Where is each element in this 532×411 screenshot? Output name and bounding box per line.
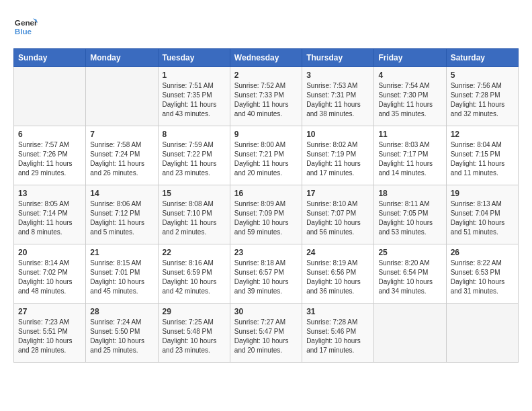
calendar-cell: 31Sunrise: 7:28 AM Sunset: 5:46 PM Dayli… <box>302 304 374 363</box>
calendar-cell: 22Sunrise: 8:16 AM Sunset: 6:59 PM Dayli… <box>158 244 230 304</box>
calendar-cell: 29Sunrise: 7:25 AM Sunset: 5:48 PM Dayli… <box>158 304 230 363</box>
day-number: 7 <box>90 130 153 139</box>
day-number: 29 <box>163 307 226 316</box>
day-number: 19 <box>451 189 514 198</box>
cell-info: Sunrise: 7:59 AM Sunset: 7:22 PM Dayligh… <box>163 140 226 178</box>
calendar-cell <box>374 304 446 363</box>
calendar-week-1: 1Sunrise: 7:51 AM Sunset: 7:35 PM Daylig… <box>14 67 519 126</box>
calendar-cell <box>446 304 518 363</box>
calendar-cell: 11Sunrise: 8:03 AM Sunset: 7:17 PM Dayli… <box>374 126 446 185</box>
calendar-cell: 8Sunrise: 7:59 AM Sunset: 7:22 PM Daylig… <box>158 126 230 185</box>
weekday-header-tuesday: Tuesday <box>158 49 230 67</box>
day-number: 31 <box>306 307 369 316</box>
weekday-header-thursday: Thursday <box>302 49 374 67</box>
cell-info: Sunrise: 7:57 AM Sunset: 7:26 PM Dayligh… <box>18 140 81 178</box>
cell-info: Sunrise: 8:09 AM Sunset: 7:09 PM Dayligh… <box>234 199 298 237</box>
weekday-header-monday: Monday <box>86 49 158 67</box>
page-header: General Blue <box>13 13 519 38</box>
calendar-cell: 13Sunrise: 8:05 AM Sunset: 7:14 PM Dayli… <box>14 185 86 244</box>
calendar-cell: 5Sunrise: 7:56 AM Sunset: 7:28 PM Daylig… <box>446 67 518 126</box>
calendar-cell: 27Sunrise: 7:23 AM Sunset: 5:51 PM Dayli… <box>14 304 86 363</box>
calendar-cell: 28Sunrise: 7:24 AM Sunset: 5:50 PM Dayli… <box>86 304 158 363</box>
calendar-cell: 25Sunrise: 8:20 AM Sunset: 6:54 PM Dayli… <box>374 244 446 304</box>
calendar-cell: 6Sunrise: 7:57 AM Sunset: 7:26 PM Daylig… <box>14 126 86 185</box>
cell-info: Sunrise: 8:20 AM Sunset: 6:54 PM Dayligh… <box>378 259 441 296</box>
weekday-header-sunday: Sunday <box>14 49 86 67</box>
day-number: 1 <box>163 71 226 80</box>
cell-info: Sunrise: 7:52 AM Sunset: 7:33 PM Dayligh… <box>234 81 298 119</box>
calendar-cell: 18Sunrise: 8:11 AM Sunset: 7:05 PM Dayli… <box>374 185 446 244</box>
calendar-cell: 24Sunrise: 8:19 AM Sunset: 6:56 PM Dayli… <box>302 244 374 304</box>
day-number: 15 <box>163 189 226 198</box>
day-number: 18 <box>378 189 441 198</box>
day-number: 4 <box>378 71 441 80</box>
cell-info: Sunrise: 7:25 AM Sunset: 5:48 PM Dayligh… <box>163 318 226 355</box>
cell-info: Sunrise: 8:08 AM Sunset: 7:10 PM Dayligh… <box>163 199 226 237</box>
calendar-cell: 19Sunrise: 8:13 AM Sunset: 7:04 PM Dayli… <box>446 185 518 244</box>
cell-info: Sunrise: 8:14 AM Sunset: 7:02 PM Dayligh… <box>18 259 81 296</box>
day-number: 13 <box>18 189 81 198</box>
day-number: 3 <box>306 71 369 80</box>
calendar-cell: 17Sunrise: 8:10 AM Sunset: 7:07 PM Dayli… <box>302 185 374 244</box>
day-number: 25 <box>378 248 441 257</box>
svg-text:Blue: Blue <box>15 27 32 36</box>
calendar-cell: 1Sunrise: 7:51 AM Sunset: 7:35 PM Daylig… <box>158 67 230 126</box>
cell-info: Sunrise: 8:02 AM Sunset: 7:19 PM Dayligh… <box>306 140 369 178</box>
calendar-cell: 10Sunrise: 8:02 AM Sunset: 7:19 PM Dayli… <box>302 126 374 185</box>
day-number: 12 <box>451 130 514 139</box>
cell-info: Sunrise: 8:22 AM Sunset: 6:53 PM Dayligh… <box>451 259 514 296</box>
calendar-cell: 26Sunrise: 8:22 AM Sunset: 6:53 PM Dayli… <box>446 244 518 304</box>
cell-info: Sunrise: 8:10 AM Sunset: 7:07 PM Dayligh… <box>306 199 369 237</box>
calendar-table: SundayMondayTuesdayWednesdayThursdayFrid… <box>13 48 519 363</box>
day-number: 28 <box>90 307 153 316</box>
calendar-week-5: 27Sunrise: 7:23 AM Sunset: 5:51 PM Dayli… <box>14 304 519 363</box>
weekday-header-friday: Friday <box>374 49 446 67</box>
cell-info: Sunrise: 8:00 AM Sunset: 7:21 PM Dayligh… <box>234 140 298 178</box>
logo: General Blue <box>13 13 43 38</box>
cell-info: Sunrise: 7:27 AM Sunset: 5:47 PM Dayligh… <box>234 318 298 355</box>
day-number: 24 <box>306 248 369 257</box>
cell-info: Sunrise: 8:13 AM Sunset: 7:04 PM Dayligh… <box>451 199 514 237</box>
day-number: 14 <box>90 189 153 198</box>
cell-info: Sunrise: 7:28 AM Sunset: 5:46 PM Dayligh… <box>306 318 369 355</box>
cell-info: Sunrise: 7:23 AM Sunset: 5:51 PM Dayligh… <box>18 318 81 355</box>
day-number: 20 <box>18 248 81 257</box>
day-number: 8 <box>163 130 226 139</box>
day-number: 11 <box>378 130 441 139</box>
day-number: 30 <box>234 307 298 316</box>
cell-info: Sunrise: 8:06 AM Sunset: 7:12 PM Dayligh… <box>90 199 153 237</box>
calendar-cell: 14Sunrise: 8:06 AM Sunset: 7:12 PM Dayli… <box>86 185 158 244</box>
weekday-header-wednesday: Wednesday <box>230 49 302 67</box>
cell-info: Sunrise: 8:03 AM Sunset: 7:17 PM Dayligh… <box>378 140 441 178</box>
day-number: 17 <box>306 189 369 198</box>
calendar-cell: 12Sunrise: 8:04 AM Sunset: 7:15 PM Dayli… <box>446 126 518 185</box>
cell-info: Sunrise: 8:16 AM Sunset: 6:59 PM Dayligh… <box>163 259 226 296</box>
cell-info: Sunrise: 8:19 AM Sunset: 6:56 PM Dayligh… <box>306 259 369 296</box>
calendar-cell <box>14 67 86 126</box>
day-number: 16 <box>234 189 298 198</box>
day-number: 23 <box>234 248 298 257</box>
calendar-cell: 3Sunrise: 7:53 AM Sunset: 7:31 PM Daylig… <box>302 67 374 126</box>
cell-info: Sunrise: 8:15 AM Sunset: 7:01 PM Dayligh… <box>90 259 153 296</box>
cell-info: Sunrise: 7:58 AM Sunset: 7:24 PM Dayligh… <box>90 140 153 178</box>
day-number: 22 <box>163 248 226 257</box>
weekday-header-saturday: Saturday <box>446 49 518 67</box>
calendar-cell: 21Sunrise: 8:15 AM Sunset: 7:01 PM Dayli… <box>86 244 158 304</box>
calendar-cell: 9Sunrise: 8:00 AM Sunset: 7:21 PM Daylig… <box>230 126 302 185</box>
calendar-header: SundayMondayTuesdayWednesdayThursdayFrid… <box>14 49 519 67</box>
calendar-cell <box>86 67 158 126</box>
day-number: 2 <box>234 71 298 80</box>
calendar-cell: 30Sunrise: 7:27 AM Sunset: 5:47 PM Dayli… <box>230 304 302 363</box>
calendar-cell: 2Sunrise: 7:52 AM Sunset: 7:33 PM Daylig… <box>230 67 302 126</box>
calendar-cell: 4Sunrise: 7:54 AM Sunset: 7:30 PM Daylig… <box>374 67 446 126</box>
day-number: 27 <box>18 307 81 316</box>
cell-info: Sunrise: 8:04 AM Sunset: 7:15 PM Dayligh… <box>451 140 514 178</box>
day-number: 6 <box>18 130 81 139</box>
cell-info: Sunrise: 8:05 AM Sunset: 7:14 PM Dayligh… <box>18 199 81 237</box>
cell-info: Sunrise: 7:54 AM Sunset: 7:30 PM Dayligh… <box>378 81 441 119</box>
calendar-week-3: 13Sunrise: 8:05 AM Sunset: 7:14 PM Dayli… <box>14 185 519 244</box>
calendar-week-2: 6Sunrise: 7:57 AM Sunset: 7:26 PM Daylig… <box>14 126 519 185</box>
day-number: 21 <box>90 248 153 257</box>
logo-icon: General Blue <box>13 13 38 38</box>
cell-info: Sunrise: 7:53 AM Sunset: 7:31 PM Dayligh… <box>306 81 369 119</box>
